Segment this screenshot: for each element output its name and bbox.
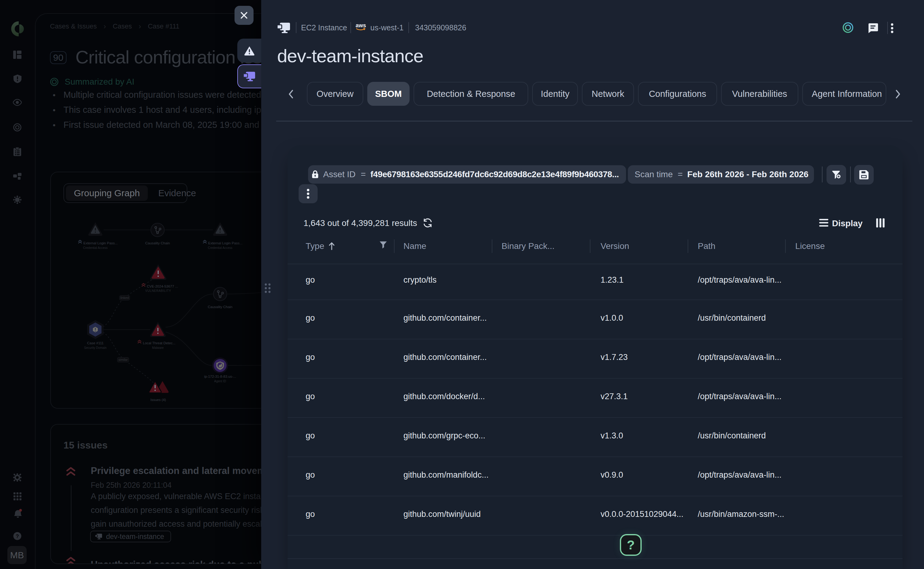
svg-text:Security Domain: Security Domain xyxy=(84,346,106,350)
svg-text:Malware: Malware xyxy=(152,346,164,350)
svg-text:External Login Pass...: External Login Pass... xyxy=(84,241,118,245)
svg-text:CVE-2024-53677 ...: CVE-2024-53677 ... xyxy=(147,284,178,288)
svg-text:ip-172-31-8-83.us-...: ip-172-31-8-83.us-... xyxy=(204,375,236,378)
svg-text:Issues (4): Issues (4) xyxy=(150,398,166,402)
svg-text:similar: similar xyxy=(119,358,128,361)
svg-text:Causality Chain: Causality Chain xyxy=(208,305,233,309)
svg-text:Credential Access: Credential Access xyxy=(208,246,233,250)
svg-text:Credential Access: Credential Access xyxy=(83,246,108,250)
svg-text:VULNERABILITY: VULNERABILITY xyxy=(145,289,171,292)
svg-text:External Login Pass...: External Login Pass... xyxy=(208,241,243,245)
svg-text:Causality Chain: Causality Chain xyxy=(145,241,170,245)
svg-text:Local Threat Detec...: Local Threat Detec... xyxy=(143,341,176,345)
svg-text:aws: aws xyxy=(356,22,366,29)
svg-text:Case #111: Case #111 xyxy=(87,341,103,345)
svg-text:?: ? xyxy=(16,534,19,539)
svg-text:Agent ID: Agent ID xyxy=(214,380,226,383)
svg-text:linked: linked xyxy=(120,296,129,300)
